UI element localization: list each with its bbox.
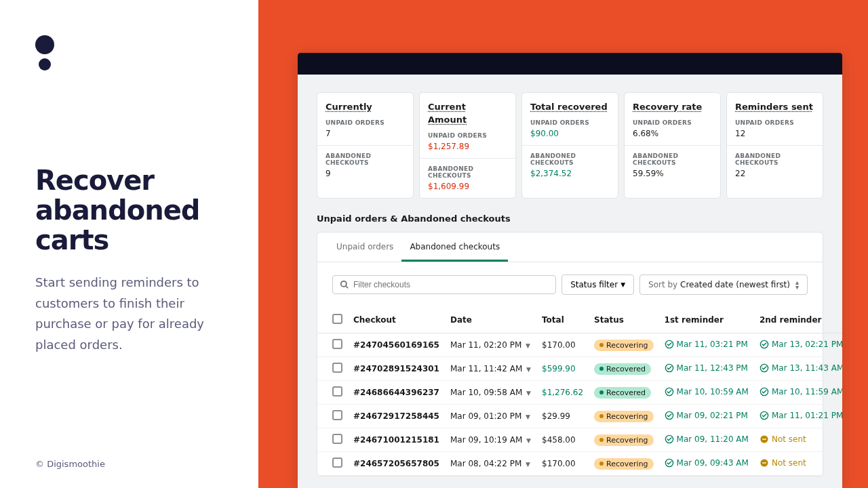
total-cell: $599.90 xyxy=(536,357,589,381)
stats-cards-row: CurrentlyUNPAID ORDERS7ABANDONED CHECKOU… xyxy=(317,92,823,199)
card-label: ABANDONED CHECKOUTS xyxy=(326,152,405,166)
checkouts-table: Checkout Date Total Status 1st reminder … xyxy=(317,307,842,476)
search-input-wrapper[interactable] xyxy=(332,275,556,294)
col-status: Status xyxy=(589,307,659,333)
status-badge: Recovering xyxy=(594,434,654,446)
logo-dot-large xyxy=(35,35,54,54)
svg-point-0 xyxy=(341,281,347,287)
reminder-sent: Mar 11, 03:21 PM xyxy=(665,340,748,349)
caret-down-icon: ▼ xyxy=(526,413,530,420)
tabs: Unpaid orders Abandoned checkouts xyxy=(317,232,823,262)
col-checkout: Checkout xyxy=(348,307,445,333)
col-date: Date xyxy=(445,307,536,333)
stat-card: Recovery rateUNPAID ORDERS6.68%ABANDONED… xyxy=(624,92,721,199)
table-row[interactable]: #24671001215181Mar 09, 10:19 AM ▼$458.00… xyxy=(317,428,842,452)
status-filter-label: Status filter xyxy=(570,280,618,289)
sort-arrows-icon: ▴▾ xyxy=(795,280,799,289)
svg-rect-20 xyxy=(762,462,766,463)
card-value: $2,374.52 xyxy=(530,169,610,178)
date-cell[interactable]: Mar 11, 02:20 PM ▼ xyxy=(445,333,536,357)
card-value: 59.59% xyxy=(633,169,712,178)
card-label: ABANDONED CHECKOUTS xyxy=(633,152,712,166)
card-value: 9 xyxy=(326,169,405,178)
caret-down-icon: ▼ xyxy=(526,390,531,396)
card-label: ABANDONED CHECKOUTS xyxy=(735,152,814,166)
card-label: UNPAID ORDERS xyxy=(633,119,712,126)
stat-card: Reminders sentUNPAID ORDERS12ABANDONED C… xyxy=(726,92,823,199)
status-badge: Recovering xyxy=(594,411,654,422)
date-cell[interactable]: Mar 09, 01:20 PM ▼ xyxy=(445,405,536,428)
sort-button[interactable]: Sort by Created date (newest first) ▴▾ xyxy=(639,274,808,295)
card-value: 22 xyxy=(735,169,814,178)
card-value: 7 xyxy=(326,129,405,138)
card-title: Recovery rate xyxy=(633,102,702,112)
reminder-sent: Mar 13, 02:21 PM xyxy=(760,340,842,349)
card-label: ABANDONED CHECKOUTS xyxy=(428,165,507,179)
status-filter-button[interactable]: Status filter ▼ xyxy=(561,274,634,295)
app-topbar xyxy=(298,53,842,75)
row-checkbox[interactable] xyxy=(332,339,342,349)
section-title: Unpaid orders & Abandoned checkouts xyxy=(317,214,823,224)
promo-left-panel: Recover abandoned carts Start sending re… xyxy=(0,0,258,488)
checkout-id: #24702891524301 xyxy=(348,357,445,381)
card-title: Total recovered xyxy=(530,102,608,112)
date-cell[interactable]: Mar 09, 10:19 AM ▼ xyxy=(445,428,536,452)
reminder-sent: Mar 09, 11:20 AM xyxy=(665,434,749,444)
status-badge: Recovered xyxy=(594,387,651,399)
card-title: Current Amount xyxy=(428,102,467,125)
promo-right-panel: CurrentlyUNPAID ORDERS7ABANDONED CHECKOU… xyxy=(258,0,868,488)
logo xyxy=(35,35,226,70)
reminder-sent: Mar 10, 11:59 AM xyxy=(760,387,842,396)
col-total: Total xyxy=(536,307,589,333)
card-value: 6.68% xyxy=(633,129,712,138)
table-row[interactable]: #24702891524301Mar 11, 11:42 AM ▼$599.90… xyxy=(317,357,842,381)
table-row[interactable]: #24657205657805Mar 08, 04:22 PM ▼$170.00… xyxy=(317,452,842,476)
stat-card: Current AmountUNPAID ORDERS$1,257.89ABAN… xyxy=(419,92,516,199)
status-badge: Recovered xyxy=(594,363,651,375)
row-checkbox[interactable] xyxy=(332,434,342,444)
reminder-sent: Mar 10, 10:59 AM xyxy=(665,387,749,396)
card-label: UNPAID ORDERS xyxy=(735,119,814,126)
reminder-not-sent: Not sent xyxy=(760,434,806,444)
copyright: © Digismoothie xyxy=(35,459,105,469)
checkout-id: #24672917258445 xyxy=(348,405,445,428)
col-reminder-2: 2nd reminder xyxy=(754,307,842,333)
table-row[interactable]: #24686644396237Mar 10, 09:58 AM ▼$1,276.… xyxy=(317,381,842,405)
table-row[interactable]: #24672917258445Mar 09, 01:20 PM ▼$29.99R… xyxy=(317,405,842,428)
row-checkbox[interactable] xyxy=(332,386,342,396)
total-cell: $458.00 xyxy=(536,428,589,452)
app-window: CurrentlyUNPAID ORDERS7ABANDONED CHECKOU… xyxy=(298,53,842,488)
total-cell: $1,276.62 xyxy=(536,381,589,405)
card-label: ABANDONED CHECKOUTS xyxy=(530,152,610,166)
row-checkbox[interactable] xyxy=(332,410,342,420)
status-badge: Recovering xyxy=(594,458,654,470)
select-all-checkbox[interactable] xyxy=(332,314,342,324)
tab-abandoned-checkouts[interactable]: Abandoned checkouts xyxy=(401,232,508,262)
caret-down-icon: ▼ xyxy=(526,437,531,444)
date-cell[interactable]: Mar 08, 04:22 PM ▼ xyxy=(445,452,536,476)
reminder-sent: Mar 09, 09:43 AM xyxy=(665,458,749,468)
table-row[interactable]: #24704560169165Mar 11, 02:20 PM ▼$170.00… xyxy=(317,333,842,357)
table-card: Unpaid orders Abandoned checkouts Status… xyxy=(317,232,823,476)
card-label: UNPAID ORDERS xyxy=(530,119,610,126)
total-cell: $170.00 xyxy=(536,452,589,476)
stat-card: CurrentlyUNPAID ORDERS7ABANDONED CHECKOU… xyxy=(317,92,414,199)
date-cell[interactable]: Mar 10, 09:58 AM ▼ xyxy=(445,381,536,405)
caret-down-icon: ▼ xyxy=(526,461,530,468)
card-value: 12 xyxy=(735,129,814,138)
card-value: $1,257.89 xyxy=(428,142,507,151)
card-title: Reminders sent xyxy=(735,102,813,112)
tab-unpaid-orders[interactable]: Unpaid orders xyxy=(328,232,401,262)
search-input[interactable] xyxy=(353,280,549,289)
row-checkbox[interactable] xyxy=(332,363,342,373)
sort-label: Sort by Created date (newest first) xyxy=(648,280,790,289)
row-checkbox[interactable] xyxy=(332,458,342,468)
search-icon xyxy=(340,280,349,289)
reminder-sent: Mar 11, 12:43 PM xyxy=(665,363,748,373)
caret-down-icon: ▼ xyxy=(620,281,625,288)
logo-dot-small xyxy=(39,58,51,70)
date-cell[interactable]: Mar 11, 11:42 AM ▼ xyxy=(445,357,536,381)
card-value: $1,609.99 xyxy=(428,182,507,191)
reminder-not-sent: Not sent xyxy=(760,458,806,468)
card-value: $90.00 xyxy=(530,129,610,138)
